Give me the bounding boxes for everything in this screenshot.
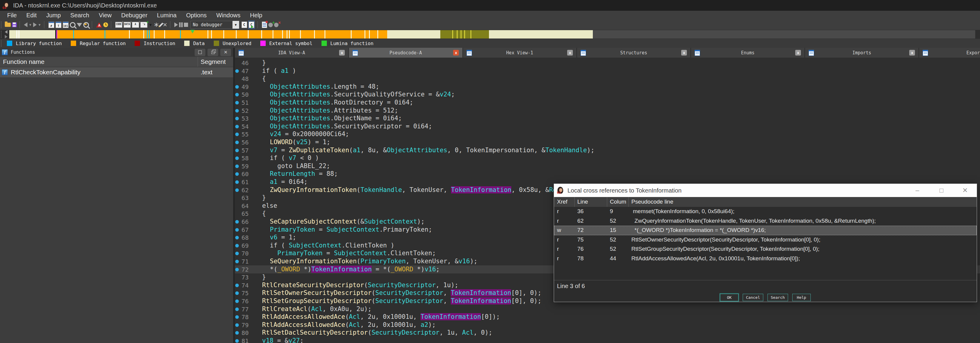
window-text-icon[interactable]: T — [56, 21, 62, 29]
tab-imports[interactable]: Importsx — [805, 48, 918, 58]
menu-view[interactable]: View — [94, 11, 116, 20]
menu-debugger[interactable]: Debugger — [116, 11, 152, 20]
code-line-81[interactable]: 81v18 = &v27; — [235, 337, 980, 343]
xref-minimize-icon[interactable]: – — [912, 184, 923, 197]
delete-breakpoint-icon[interactable] — [274, 21, 278, 29]
code-line-59[interactable]: 59goto LABEL_22; — [235, 162, 980, 170]
save-icon[interactable] — [12, 21, 17, 29]
legend-drag-handle[interactable] — [1, 40, 3, 46]
menu-file[interactable]: File — [2, 11, 21, 20]
menu-windows[interactable]: Windows — [212, 11, 245, 20]
column-segment[interactable]: Segment — [200, 58, 226, 65]
analysis-indicator-icon[interactable] — [103, 21, 108, 29]
window-binary-icon[interactable]: 101 — [63, 21, 68, 29]
code-line-80[interactable]: 80RtlSetDaclSecurityDescriptor(SecurityD… — [235, 329, 980, 337]
xref-row-line-75[interactable]: r7552RtlSetOwnerSecurityDescriptor(Secur… — [554, 235, 977, 245]
navband-scroll-right-icon[interactable] — [5, 35, 8, 38]
tab-close-icon[interactable]: x — [909, 50, 915, 56]
make-ascii-icon[interactable]: A+ — [132, 21, 139, 29]
debugger-combo-dropdown-icon[interactable]: ▼ — [232, 21, 239, 29]
xref-row-line-62[interactable]: r6252 ZwQueryInformationToken(TokenHandl… — [554, 216, 977, 226]
produce-c-file-icon[interactable]: C — [242, 21, 247, 29]
xref-table-header[interactable]: Xref Line Colum Pseudocode line — [554, 197, 977, 207]
open-file-icon[interactable] — [5, 21, 11, 29]
tab-ida-view-a[interactable]: IDA View-Ax — [235, 48, 348, 58]
tab-close-icon[interactable]: x — [681, 50, 687, 56]
make-string-icon[interactable]: 's+ — [140, 21, 148, 29]
code-line-54[interactable]: 54ObjectAttributes.SecurityDescriptor = … — [235, 122, 980, 130]
make-data-icon[interactable]: DATA+ — [124, 21, 131, 29]
make-code-icon[interactable]: CODE+ — [115, 21, 123, 29]
search-button[interactable]: Search — [767, 294, 788, 301]
undefine-icon[interactable]: × — [163, 21, 167, 29]
xref-row-line-36[interactable]: r369 memset(TokenInformation, 0, 0x58ui6… — [554, 207, 977, 216]
menu-help[interactable]: Help — [245, 11, 267, 20]
cancel-button[interactable]: Cancel — [743, 294, 763, 301]
xref-row-line-78[interactable]: r7844RtlAddAccessAllowedAce(Acl, 2u, 0x1… — [554, 254, 977, 264]
tab-hex-view-1[interactable]: Hex View-1x — [463, 48, 576, 58]
tab-exports[interactable]: Exportsx — [919, 48, 980, 58]
menu-search[interactable]: Search — [66, 11, 94, 20]
search-next-icon[interactable] — [83, 21, 89, 29]
column-function-name[interactable]: Function name — [3, 58, 45, 65]
code-line-49[interactable]: 49ObjectAttributes.Length = 48; — [235, 83, 980, 91]
function-row[interactable]: f RtlCheckTokenCapability .text — [0, 67, 233, 77]
code-line-58[interactable]: 58if ( v7 < 0 ) — [235, 154, 980, 162]
help-button[interactable]: Help — [792, 294, 811, 301]
rename-icon[interactable] — [160, 21, 162, 29]
tab-pseudocode-a[interactable]: Pseudocode-Ax — [349, 48, 462, 58]
navigation-band[interactable] — [9, 30, 975, 38]
menu-edit[interactable]: Edit — [21, 11, 41, 20]
code-line-47[interactable]: 47if ( a1 ) — [235, 67, 980, 75]
function-name[interactable]: RtlCheckTokenCapability — [11, 69, 233, 76]
navband-scroll-left-icon[interactable] — [5, 30, 8, 34]
segments-icon[interactable] — [262, 21, 267, 29]
add-breakpoint-icon[interactable] — [268, 21, 273, 29]
code-line-52[interactable]: 52ObjectAttributes.Attributes = 512; — [235, 106, 980, 114]
code-line-48[interactable]: 48{ — [235, 75, 980, 83]
xref-row-line-76[interactable]: r7652RtlSetGroupSecurityDescriptor(Secur… — [554, 245, 977, 254]
code-line-79[interactable]: 79RtlAddAccessAllowedAce(Acl, 2u, 0x1000… — [235, 321, 980, 329]
navigate-forward-icon[interactable] — [33, 21, 37, 29]
code-line-60[interactable]: 60ReturnLength = 88; — [235, 170, 980, 178]
menu-lumina[interactable]: Lumina — [152, 11, 181, 20]
code-line-57[interactable]: 57v7 = ZwDuplicateToken(a1, 8u, &ObjectA… — [235, 146, 980, 154]
functions-close-button[interactable]: ✕ — [220, 49, 231, 56]
back-history-dropdown-icon[interactable]: ▼ — [29, 21, 32, 29]
quick-pseudocode-icon[interactable]: C — [248, 21, 255, 29]
start-process-icon[interactable] — [174, 21, 178, 29]
code-line-51[interactable]: 51ObjectAttributes.RootDirectory = 0i64; — [235, 98, 980, 106]
code-line-77[interactable]: 77RtlCreateAcl(Acl, 0xA0u, 2u); — [235, 305, 980, 313]
xref-close-icon[interactable]: ✕ — [960, 184, 970, 197]
tab-structures[interactable]: Structuresx — [577, 48, 690, 58]
code-line-56[interactable]: 56LOWORD(v25) = 1; — [235, 138, 980, 146]
ok-button[interactable]: OK — [720, 294, 738, 301]
debugger-combo-value[interactable]: No debugger — [191, 21, 232, 29]
make-dropdown-icon[interactable]: ▼ — [149, 21, 153, 29]
menu-options[interactable]: Options — [181, 11, 212, 20]
code-line-78[interactable]: 78RtlAddAccessAllowedAce(Acl, 2u, 0x1000… — [235, 313, 980, 321]
navband-position-marker[interactable] — [191, 30, 195, 33]
search-icon[interactable] — [70, 21, 76, 29]
debugger-selector[interactable]: No debugger▼ — [189, 21, 240, 29]
code-line-46[interactable]: 46} — [235, 59, 980, 67]
functions-maximize-button[interactable] — [195, 49, 205, 56]
forward-history-dropdown-icon[interactable]: ▼ — [38, 21, 41, 29]
stop-process-icon[interactable] — [184, 21, 188, 29]
functions-table-header[interactable]: Function name Segment — [0, 57, 233, 67]
code-line-53[interactable]: 53ObjectAttributes.ObjectName = 0i64; — [235, 114, 980, 122]
code-line-50[interactable]: 50ObjectAttributes.SecurityQualityOfServ… — [235, 91, 980, 98]
tab-enums[interactable]: Enumsx — [691, 48, 805, 58]
menu-jump[interactable]: Jump — [41, 11, 66, 20]
tab-close-icon[interactable]: x — [795, 50, 801, 56]
navigate-back-icon[interactable] — [24, 21, 27, 29]
tab-close-icon[interactable]: x — [339, 50, 345, 56]
problems-icon[interactable]: A — [96, 21, 102, 29]
jump-address-icon[interactable] — [77, 21, 82, 29]
functions-float-button[interactable] — [207, 49, 218, 56]
tab-close-icon[interactable]: x — [453, 50, 459, 56]
tab-close-icon[interactable]: x — [567, 50, 573, 56]
code-line-55[interactable]: 55v24 = 0x20000000Ci64; — [235, 130, 980, 138]
xref-maximize-icon[interactable]: □ — [936, 184, 947, 197]
xref-row-line-72[interactable]: w7215 *(_OWORD *)TokenInformation = *(_O… — [554, 225, 977, 235]
